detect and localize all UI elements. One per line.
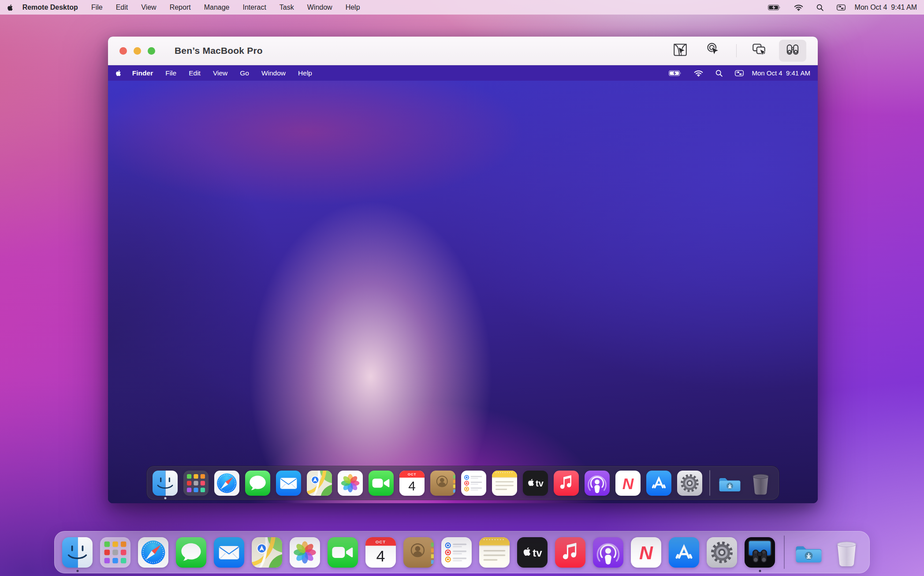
dock-item-music[interactable]: [555, 537, 585, 568]
downloads-icon: [794, 537, 824, 568]
menu-item-window[interactable]: Window: [307, 4, 332, 11]
dock-item-podcasts[interactable]: [585, 471, 610, 496]
dock-item-downloads[interactable]: [717, 471, 742, 496]
dock-item-trash[interactable]: [748, 471, 773, 496]
dock-item-mail[interactable]: [214, 537, 244, 568]
dock-item-news[interactable]: N: [615, 471, 641, 496]
dock-item-settings[interactable]: [677, 471, 702, 496]
remote-desktop-window: Ben’s MacBook Pro Finder FileEditViewGoW…: [108, 37, 818, 503]
control-center-icon[interactable]: [735, 70, 744, 77]
svg-text:4: 4: [408, 479, 415, 493]
dock-item-maps[interactable]: [252, 537, 282, 568]
curtain-mode-icon: [672, 43, 688, 59]
menu-item-manage[interactable]: Manage: [204, 4, 230, 11]
remote-apple-menu-icon[interactable]: [116, 70, 121, 76]
apple-menu-icon[interactable]: [7, 4, 13, 11]
battery-icon[interactable]: [768, 4, 781, 11]
dock-item-finder[interactable]: [153, 471, 178, 496]
dock-item-photos[interactable]: [290, 537, 320, 568]
host-dock: OCT 4 tv: [54, 531, 870, 573]
dock-item-launchpad[interactable]: [100, 537, 130, 568]
dock-item-finder[interactable]: [62, 537, 93, 568]
dock-item-safari[interactable]: [138, 537, 168, 568]
host-menubar-clock[interactable]: Mon Oct 4 9:41 AM: [855, 4, 917, 11]
dock-item-settings[interactable]: [707, 537, 737, 568]
trash-icon: [748, 471, 773, 496]
dock-item-trash[interactable]: [831, 537, 862, 568]
wifi-icon[interactable]: [694, 70, 703, 77]
remote-status-area: Mon Oct 4 9:41 AM: [669, 69, 810, 77]
menu-item-go[interactable]: Go: [240, 69, 249, 77]
menu-item-edit[interactable]: Edit: [116, 4, 128, 11]
dock-item-contacts[interactable]: [403, 537, 434, 568]
traffic-lights: [119, 47, 155, 55]
host-app-menu-title[interactable]: Remote Desktop: [22, 4, 78, 11]
calendar-icon: OCT 4: [399, 471, 425, 496]
dock-item-safari[interactable]: [214, 471, 239, 496]
dock-item-downloads[interactable]: [794, 537, 824, 568]
remote-menubar-clock[interactable]: Mon Oct 4 9:41 AM: [752, 69, 810, 77]
dock-item-mail[interactable]: [276, 471, 301, 496]
menu-item-help[interactable]: Help: [298, 69, 312, 77]
control-center-icon[interactable]: [837, 4, 846, 11]
menu-item-view[interactable]: View: [213, 69, 227, 77]
minimize-button[interactable]: [134, 47, 141, 55]
remote-app-menu-title[interactable]: Finder: [132, 69, 153, 77]
search-icon[interactable]: [715, 70, 723, 77]
dock-item-notes[interactable]: [492, 471, 517, 496]
dock-item-messages[interactable]: [245, 471, 270, 496]
close-button[interactable]: [119, 47, 127, 55]
share-screen-button[interactable]: [745, 40, 773, 62]
menu-item-edit[interactable]: Edit: [189, 69, 201, 77]
dock-item-calendar[interactable]: OCT 4: [399, 471, 425, 496]
reminders-icon: [461, 471, 486, 496]
dock-item-tv[interactable]: tv: [517, 537, 548, 568]
dock-item-podcasts[interactable]: [593, 537, 623, 568]
dock-item-appstore[interactable]: [646, 471, 671, 496]
battery-icon[interactable]: [669, 70, 682, 77]
dock-item-contacts[interactable]: [430, 471, 455, 496]
observe-mode-button[interactable]: [779, 40, 806, 62]
menu-item-window[interactable]: Window: [261, 69, 286, 77]
dock-item-tv[interactable]: tv: [523, 471, 548, 496]
dock-item-reminders[interactable]: [461, 471, 486, 496]
toolbar-divider: [736, 44, 737, 57]
menu-item-view[interactable]: View: [141, 4, 156, 11]
search-icon[interactable]: [816, 4, 823, 11]
dock-item-notes[interactable]: [479, 537, 510, 568]
menu-item-file[interactable]: File: [91, 4, 103, 11]
host-desktop-wallpaper: Remote Desktop FileEditViewReportManageI…: [0, 0, 924, 576]
dock-item-music[interactable]: [554, 471, 579, 496]
maps-icon: [307, 471, 332, 496]
running-indicator-dot: [76, 570, 78, 572]
curtain-mode-button[interactable]: [667, 40, 694, 62]
svg-text:N: N: [622, 475, 634, 492]
zoom-button[interactable]: [148, 47, 155, 55]
news-icon: N: [615, 471, 641, 496]
dock-item-calendar[interactable]: OCT 4: [365, 537, 396, 568]
dock-item-launchpad[interactable]: [183, 471, 209, 496]
dock-item-messages[interactable]: [176, 537, 206, 568]
dock-item-photos[interactable]: [338, 471, 363, 496]
menu-item-interact[interactable]: Interact: [242, 4, 266, 11]
menu-item-task[interactable]: Task: [279, 4, 294, 11]
dock-item-news[interactable]: N: [631, 537, 661, 568]
svg-text:OCT: OCT: [376, 539, 386, 544]
messages-icon: [245, 471, 270, 496]
menu-item-help[interactable]: Help: [346, 4, 360, 11]
remote-menubar: Finder FileEditViewGoWindowHelp Mon Oct …: [108, 65, 818, 81]
dock-item-reminders[interactable]: [441, 537, 472, 568]
dock-item-remotedesktop[interactable]: [745, 537, 775, 568]
dock-item-facetime[interactable]: [369, 471, 394, 496]
dock-item-maps[interactable]: [307, 471, 332, 496]
host-status-icons: [768, 4, 846, 11]
wifi-icon[interactable]: [794, 4, 803, 11]
messages-icon: [176, 537, 206, 568]
dock-item-appstore[interactable]: [669, 537, 699, 568]
menu-item-file[interactable]: File: [165, 69, 176, 77]
dock-item-facetime[interactable]: [328, 537, 358, 568]
remote-dock: OCT 4 tv: [146, 466, 779, 500]
menu-item-report[interactable]: Report: [170, 4, 191, 11]
control-mode-button[interactable]: [700, 40, 727, 62]
safari-icon: [214, 471, 239, 496]
